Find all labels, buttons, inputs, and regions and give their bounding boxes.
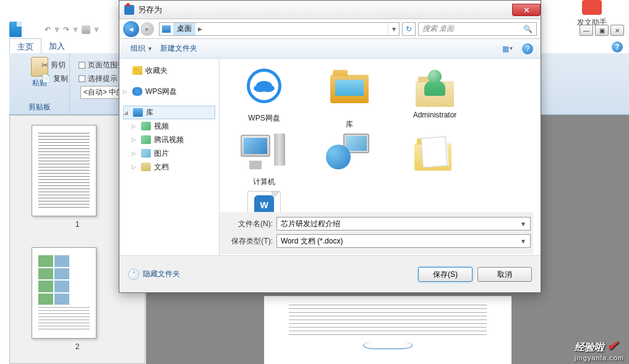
window-controls: — ▣ ✕: [580, 25, 624, 36]
filename-input[interactable]: 芯片研发过程介绍▼: [276, 217, 531, 231]
tree-library[interactable]: ◢库: [123, 106, 215, 119]
redo-button[interactable]: ↷: [63, 25, 69, 34]
dialog-app-icon: [124, 5, 134, 15]
dialog-help-icon[interactable]: ?: [522, 43, 533, 54]
folder-icon: [414, 136, 455, 171]
tree-documents[interactable]: ▷文档: [123, 160, 215, 174]
scissors-icon: ✂: [41, 61, 48, 70]
new-folder-button[interactable]: 新建文件夹: [156, 41, 201, 56]
filename-label: 文件名(N):: [222, 219, 276, 229]
page-thumbnail-2[interactable]: [32, 247, 96, 339]
dialog-footer: ˄ 隐藏文件夹 保存(S) 取消: [119, 255, 541, 292]
close-button[interactable]: ✕: [610, 25, 624, 36]
cloud-icon: [132, 87, 142, 96]
library-icon: [133, 108, 143, 117]
clipboard-group-label: 剪贴板: [9, 102, 69, 112]
desktop-icon: [162, 25, 171, 33]
page-thumbnail-1[interactable]: [32, 125, 96, 216]
page-range-checkbox[interactable]: [79, 62, 85, 69]
tab-add[interactable]: 加入: [41, 38, 72, 54]
address-dropdown[interactable]: ▾: [388, 23, 399, 35]
file-computer[interactable]: 计算机: [231, 132, 297, 187]
search-icon: 🔍: [523, 25, 533, 33]
save-button[interactable]: 保存(S): [418, 267, 473, 282]
select-hint-checkbox[interactable]: [79, 75, 85, 82]
assistant-icon: [582, 0, 602, 15]
minimize-button[interactable]: —: [580, 25, 593, 36]
help-icon[interactable]: ?: [612, 41, 623, 53]
undo-button[interactable]: ↶: [45, 25, 51, 34]
organize-button[interactable]: 组织 ▼: [127, 41, 156, 56]
cloud-large-icon: [247, 69, 281, 103]
dialog-close-button[interactable]: ✕: [512, 4, 541, 16]
ribbon-tabs: 主页 加入: [9, 38, 72, 54]
tree-pictures[interactable]: ▷图片: [123, 146, 215, 160]
search-input[interactable]: 搜索 桌面 🔍: [418, 22, 537, 36]
assistant-widget[interactable]: 发文助手: [564, 0, 620, 28]
page-number-1: 1: [32, 220, 123, 229]
hide-folders-toggle[interactable]: ˄ 隐藏文件夹: [128, 269, 180, 280]
tree-video[interactable]: ▷视频: [123, 119, 215, 133]
view-mode-button[interactable]: ▦▼: [498, 43, 517, 55]
maximize-button[interactable]: ▣: [595, 25, 609, 36]
save-icon[interactable]: [82, 25, 90, 34]
quick-access-toolbar: ↶ ▾ ↷ ▾ ▾: [9, 22, 99, 37]
page-number-2: 2: [32, 342, 123, 351]
library-large-icon: [330, 75, 369, 103]
filetype-label: 保存类型(T):: [222, 236, 276, 247]
computer-icon: [241, 132, 285, 173]
tree-tencent-video[interactable]: ▷腾讯视频: [123, 133, 215, 146]
copy-icon: 📄: [41, 74, 51, 83]
tree-favorites[interactable]: 收藏夹: [123, 64, 215, 77]
chevron-right-icon[interactable]: ▶: [195, 26, 205, 32]
watermark: 经验啦 ✔ jingyanla.com: [575, 338, 624, 362]
file-wps-cloud[interactable]: WPS网盘: [231, 66, 297, 130]
dialog-titlebar[interactable]: 另存为 ✕: [119, 1, 541, 19]
cut-button[interactable]: 剪切: [51, 60, 66, 70]
cancel-button[interactable]: 取消: [477, 267, 532, 282]
dialog-toolbar: 组织 ▼ 新建文件夹 ▦▼ ?: [119, 39, 541, 59]
tree-wps-cloud[interactable]: ▷WPS网盘: [123, 85, 215, 98]
document-page: [264, 296, 511, 364]
filetype-select[interactable]: Word 文档 (*.docx)▼: [276, 234, 531, 248]
dialog-fields: 文件名(N): 芯片研发过程介绍▼ 保存类型(T): Word 文档 (*.do…: [220, 212, 533, 254]
user-folder-icon: [416, 66, 454, 107]
folder-tree[interactable]: 收藏夹 ▷WPS网盘 ◢库 ▷视频 ▷腾讯视频 ▷图片 ▷文档: [119, 59, 220, 255]
file-network[interactable]: [316, 132, 383, 187]
address-bar[interactable]: 桌面 ▶ ▾: [159, 22, 400, 36]
file-folder[interactable]: [401, 132, 468, 187]
file-administrator[interactable]: Administrator: [401, 66, 468, 130]
dialog-title: 另存为: [138, 4, 162, 15]
copy-button[interactable]: 复制: [53, 74, 68, 84]
app-icon: [9, 22, 22, 37]
picture-icon: [141, 149, 151, 158]
video-icon: [141, 135, 151, 144]
document-icon: [141, 163, 151, 171]
nav-forward-button[interactable]: [140, 22, 154, 36]
select-hint-label: 选择提示: [88, 74, 118, 84]
video-icon: [141, 122, 151, 130]
nav-back-button[interactable]: [123, 21, 139, 37]
refresh-button[interactable]: ↻: [402, 22, 416, 36]
search-placeholder: 搜索 桌面: [422, 23, 454, 34]
star-icon: [132, 66, 142, 75]
address-segment-desktop[interactable]: 桌面: [173, 23, 195, 35]
file-library[interactable]: 库: [316, 66, 383, 130]
tab-home[interactable]: 主页: [9, 38, 41, 54]
network-icon: [326, 132, 370, 173]
dialog-nav: 桌面 ▶ ▾ ↻ 搜索 桌面 🔍: [119, 19, 541, 39]
chevron-up-icon: ˄: [128, 269, 139, 280]
save-as-dialog: 另存为 ✕ 桌面 ▶ ▾ ↻ 搜索 桌面 🔍 组织 ▼ 新建文件夹 ▦▼ ? 收…: [119, 0, 541, 293]
